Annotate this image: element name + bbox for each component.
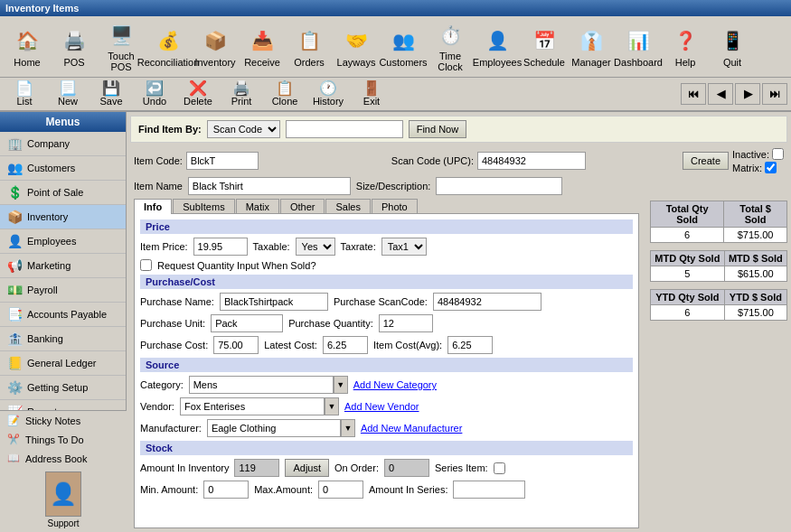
sidebar-item-company[interactable]: 🏢Company: [0, 132, 126, 156]
schedule-label: Schedule: [523, 57, 565, 68]
purchase-qty-input[interactable]: [379, 314, 433, 332]
toolbar-inventory[interactable]: 📦Inventory: [192, 20, 239, 74]
item-price-input[interactable]: [193, 238, 248, 256]
category-input[interactable]: [189, 376, 334, 394]
category-dropdown-btn[interactable]: ▼: [334, 376, 348, 394]
sidebar-item-point-of-sale[interactable]: 💲Point of Sale: [0, 181, 126, 205]
tab-sales[interactable]: Sales: [325, 199, 371, 214]
nav-first-button[interactable]: ⏮: [681, 83, 706, 105]
max-amount-input[interactable]: [318, 481, 363, 499]
toolbar-help[interactable]: ❓Help: [662, 20, 709, 74]
employees-sidebar-icon: 👤: [7, 234, 22, 248]
sidebar-bottom-things-to-do[interactable]: ✂️Things To Do: [0, 430, 127, 449]
sidebar-item-customers[interactable]: 👥Customers: [0, 156, 126, 181]
toolbar-quit[interactable]: 📱Quit: [709, 20, 756, 74]
purchase-name-input[interactable]: [220, 293, 328, 311]
toolbar-reconciliation[interactable]: 💰Reconciliation: [145, 20, 192, 74]
toolbar-manager[interactable]: 👔Manager: [568, 20, 615, 74]
item-cost-input[interactable]: [447, 336, 493, 354]
adjust-button[interactable]: Adjust: [285, 459, 329, 477]
nav-next-button[interactable]: ▶: [735, 83, 760, 105]
item-cost-label: Item Cost(Avg):: [373, 340, 442, 350]
find-now-button[interactable]: Find Now: [409, 120, 466, 138]
sidebar-item-getting-setup[interactable]: ⚙️Getting Setup: [0, 376, 126, 400]
tb2-print[interactable]: 🖨️Print: [221, 79, 262, 109]
add-manufacturer-link[interactable]: Add New Manufacturer: [361, 423, 463, 434]
toolbar-dashboard[interactable]: 📊Dashboard: [615, 20, 662, 74]
tb2-exit[interactable]: 🚪Exit: [351, 79, 392, 109]
add-vendor-link[interactable]: Add New Vendor: [344, 401, 419, 412]
matrix-checkbox[interactable]: [765, 162, 777, 173]
toolbar-pos[interactable]: 🖨️POS: [51, 20, 98, 74]
toolbar-employees[interactable]: 👤Employees: [474, 20, 521, 74]
employees-sidebar-label: Employees: [27, 236, 76, 247]
scan-code-input[interactable]: [477, 152, 586, 170]
toolbar-customers[interactable]: 👥Customers: [380, 20, 427, 74]
taxrate-select[interactable]: Tax1Tax2: [381, 238, 427, 256]
manufacturer-input[interactable]: [207, 419, 341, 437]
time-clock-label: Time Clock: [428, 51, 472, 72]
tb2-history[interactable]: 🕐History: [307, 79, 349, 109]
inactive-checkbox[interactable]: [772, 148, 784, 160]
find-by-select[interactable]: Scan CodeItem CodeItem Name: [207, 120, 280, 138]
vendor-dropdown-btn[interactable]: ▼: [325, 397, 339, 415]
reconciliation-icon: 💰: [154, 26, 183, 55]
purchase-scan-input[interactable]: [433, 293, 541, 311]
manufacturer-label: Manufacturer:: [140, 423, 202, 434]
sidebar-item-employees[interactable]: 👤Employees: [0, 229, 126, 254]
sidebar-item-payroll[interactable]: 💵Payroll: [0, 278, 126, 303]
sidebar-item-inventory[interactable]: 📦Inventory: [0, 205, 126, 229]
toolbar-home[interactable]: 🏠Home: [4, 20, 51, 74]
tab-info[interactable]: Info: [134, 199, 172, 214]
create-button[interactable]: Create: [683, 152, 729, 170]
item-code-input[interactable]: [186, 152, 259, 170]
tab-subitems[interactable]: SubItems: [173, 199, 234, 214]
sidebar-item-accounts-payable[interactable]: 📑Accounts Payable: [0, 303, 126, 327]
taxable-select[interactable]: YesNo: [296, 238, 335, 256]
taxable-label: Taxable:: [253, 241, 290, 252]
purchase-unit-input[interactable]: [211, 314, 283, 332]
tb2-new[interactable]: 📃New: [47, 79, 89, 109]
amount-in-series-input[interactable]: [453, 481, 525, 499]
purchase-qty-label: Purchase Quantity:: [288, 318, 373, 329]
purchase-cost-input[interactable]: [213, 336, 259, 354]
sticky-notes-bottom-label: Sticky Notes: [25, 415, 80, 426]
min-amount-input[interactable]: [203, 481, 249, 499]
pos-icon: 🖨️: [60, 26, 89, 55]
tab-matix[interactable]: Matix: [236, 199, 279, 214]
item-name-input[interactable]: [188, 177, 351, 195]
toolbar-orders[interactable]: 📋Orders: [286, 20, 333, 74]
request-qty-checkbox[interactable]: [140, 259, 152, 271]
toolbar-schedule[interactable]: 📅Schedule: [521, 20, 568, 74]
tb2-list[interactable]: 📄List: [4, 79, 45, 109]
tab-other[interactable]: Other: [280, 199, 325, 214]
nav-prev-button[interactable]: ◀: [708, 83, 733, 105]
price-row1: Item Price: Taxable: YesNo Taxrate: Tax1…: [140, 238, 633, 256]
sidebar-item-banking[interactable]: 🏦Banking: [0, 327, 126, 351]
toolbar-layways[interactable]: 🤝Layways: [333, 20, 380, 74]
nav-last-button[interactable]: ⏭: [762, 83, 787, 105]
add-category-link[interactable]: Add New Category: [353, 379, 437, 390]
customers-sidebar-label: Customers: [27, 163, 75, 173]
sidebar-bottom-sticky-notes[interactable]: 📝Sticky Notes: [0, 411, 127, 430]
tb2-delete[interactable]: ❌Delete: [177, 79, 219, 109]
tb2-save[interactable]: 💾Save: [90, 79, 132, 109]
vendor-label: Vendor:: [140, 401, 174, 412]
toolbar-time-clock[interactable]: ⏱️Time Clock: [427, 20, 474, 74]
find-input[interactable]: [286, 120, 403, 138]
sidebar-bottom-address-book[interactable]: 📖Address Book: [0, 449, 127, 468]
tb2-clone[interactable]: 📋Clone: [264, 79, 306, 109]
manufacturer-dropdown-btn[interactable]: ▼: [341, 419, 355, 437]
tb2-undo[interactable]: ↩️Undo: [134, 79, 175, 109]
vendor-input[interactable]: [180, 397, 325, 415]
sidebar-item-marketing[interactable]: 📢Marketing: [0, 254, 126, 278]
sidebar-item-general-ledger[interactable]: 📒General Ledger: [0, 351, 126, 376]
toolbar-receive[interactable]: 📥Receive: [239, 20, 286, 74]
tab-photo[interactable]: Photo: [372, 199, 418, 214]
series-item-checkbox[interactable]: [494, 462, 505, 474]
size-desc-input[interactable]: [436, 177, 562, 195]
quit-label: Quit: [723, 57, 741, 68]
latest-cost-input[interactable]: [323, 336, 368, 354]
print-tb2-icon: 🖨️: [232, 81, 250, 96]
getting-setup-sidebar-label: Getting Setup: [27, 382, 88, 393]
